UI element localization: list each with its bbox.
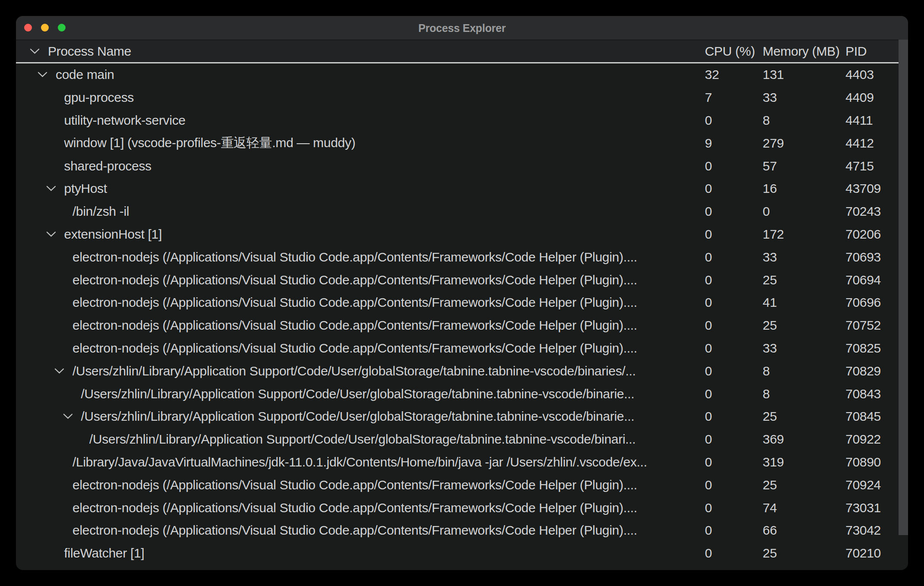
table-row[interactable]: /Library/Java/JavaVirtualMachines/jdk-11… (16, 451, 908, 474)
process-name-label: /Library/Java/JavaVirtualMachines/jdk-11… (72, 455, 647, 469)
pid-cell: 70843 (845, 382, 881, 405)
process-name-label: electron-nodejs (/Applications/Visual St… (72, 295, 637, 310)
column-header-memory[interactable]: Memory (MB) (763, 40, 839, 62)
cpu-cell: 0 (705, 382, 712, 405)
process-name-label: electron-nodejs (/Applications/Visual St… (72, 501, 637, 515)
process-name-label: extensionHost [1] (64, 227, 162, 242)
table-row[interactable]: /bin/zsh -il 0 0 70243 (16, 200, 908, 223)
process-name-label: electron-nodejs (/Applications/Visual St… (72, 250, 637, 265)
cpu-cell: 0 (705, 223, 712, 246)
memory-cell: 25 (763, 268, 777, 291)
table-row[interactable]: electron-nodejs (/Applications/Visual St… (16, 314, 908, 337)
process-name-label: electron-nodejs (/Applications/Visual St… (72, 478, 637, 492)
process-name-label: /Users/zhlin/Library/Application Support… (81, 409, 635, 424)
memory-cell: 8 (763, 109, 770, 132)
cpu-cell: 7 (705, 86, 712, 109)
table-row[interactable]: shared-process 0 57 4715 (16, 154, 908, 177)
cpu-cell: 0 (705, 291, 712, 314)
process-name-cell: electron-nodejs (/Applications/Visual St… (16, 246, 702, 268)
table-row[interactable]: extensionHost [1] 0 172 70206 (16, 223, 908, 246)
cpu-cell: 0 (705, 268, 712, 291)
column-header-cpu[interactable]: CPU (%) (705, 40, 755, 62)
pid-cell: 70825 (845, 337, 881, 360)
process-name-cell: utility-network-service (16, 109, 702, 132)
cpu-cell: 0 (705, 542, 712, 565)
process-tree: code main 32 131 4403 gpu-process 7 33 4… (16, 63, 908, 570)
chevron-down-icon[interactable] (30, 48, 48, 54)
table-row[interactable]: electron-nodejs (/Applications/Visual St… (16, 496, 908, 519)
table-row[interactable]: gpu-process 7 33 4409 (16, 86, 908, 109)
memory-cell: 319 (763, 451, 784, 474)
memory-cell: 279 (763, 132, 784, 154)
chevron-down-icon[interactable] (63, 413, 81, 419)
chevron-down-icon[interactable] (38, 72, 56, 78)
memory-cell: 131 (763, 63, 784, 86)
pid-cell: 4409 (845, 86, 874, 109)
cpu-cell: 0 (705, 359, 712, 382)
scrollbar-thumb[interactable] (899, 40, 908, 535)
table-row[interactable]: electron-nodejs (/Applications/Visual St… (16, 473, 908, 496)
column-header-process-name[interactable]: Process Name (48, 40, 131, 62)
column-header-pid[interactable]: PID (845, 40, 867, 62)
cpu-cell: 9 (705, 132, 712, 154)
process-name-label: /bin/zsh -il (72, 204, 129, 219)
process-name-cell: ptyHost (16, 177, 702, 200)
pid-cell: 43709 (845, 177, 881, 200)
process-name-label: /Users/zhlin/Library/Application Support… (72, 364, 636, 378)
table-row[interactable]: electron-nodejs (/Applications/Visual St… (16, 291, 908, 314)
memory-cell: 33 (763, 337, 777, 360)
process-name-label: shared-process (64, 159, 152, 173)
pid-cell: 70829 (845, 359, 881, 382)
process-name-cell: /Users/zhlin/Library/Application Support… (16, 359, 702, 382)
table-row[interactable]: window [2] (Process Explorer) 32 98 7437… (16, 565, 908, 570)
pid-cell: 74377 (845, 565, 881, 570)
process-name-label: electron-nodejs (/Applications/Visual St… (72, 273, 637, 287)
table-row[interactable]: code main 32 131 4403 (16, 63, 908, 86)
process-explorer-window: Process Explorer Process Name CPU (%) Me… (16, 16, 908, 570)
process-name-cell: gpu-process (16, 86, 702, 109)
pid-cell: 4412 (845, 132, 874, 154)
process-name-cell: shared-process (16, 154, 702, 177)
cpu-cell: 0 (705, 109, 712, 132)
process-name-label: window [2] (Process Explorer) (64, 569, 233, 570)
pid-cell: 70696 (845, 291, 881, 314)
process-name-label: electron-nodejs (/Applications/Visual St… (72, 318, 637, 333)
table-row[interactable]: fileWatcher [1] 0 25 70210 (16, 542, 908, 565)
chevron-down-icon[interactable] (46, 231, 64, 237)
chevron-down-icon[interactable] (54, 368, 72, 374)
table-row[interactable]: window [1] (vscode-profiles-重返轻量.md — mu… (16, 132, 908, 154)
process-name-cell: window [1] (vscode-profiles-重返轻量.md — mu… (16, 132, 702, 154)
pid-cell: 70206 (845, 223, 881, 246)
cpu-cell: 0 (705, 337, 712, 360)
chevron-down-icon[interactable] (46, 186, 64, 192)
cpu-cell: 0 (705, 451, 712, 474)
table-row[interactable]: /Users/zhlin/Library/Application Support… (16, 382, 908, 405)
process-name-label: /Users/zhlin/Library/Application Support… (81, 387, 635, 401)
memory-cell: 172 (763, 223, 784, 246)
table-row[interactable]: /Users/zhlin/Library/Application Support… (16, 359, 908, 382)
process-name-cell: electron-nodejs (/Applications/Visual St… (16, 314, 702, 337)
table-row[interactable]: electron-nodejs (/Applications/Visual St… (16, 337, 908, 360)
cpu-cell: 0 (705, 428, 712, 451)
cpu-cell: 0 (705, 473, 712, 496)
table-row[interactable]: utility-network-service 0 8 4411 (16, 109, 908, 132)
pid-cell: 70922 (845, 428, 881, 451)
cpu-cell: 0 (705, 519, 712, 542)
pid-cell: 70845 (845, 405, 881, 428)
memory-cell: 25 (763, 473, 777, 496)
table-row[interactable]: electron-nodejs (/Applications/Visual St… (16, 519, 908, 542)
process-name-cell: electron-nodejs (/Applications/Visual St… (16, 496, 702, 519)
process-name-cell: extensionHost [1] (16, 223, 702, 246)
cpu-cell: 0 (705, 314, 712, 337)
table-row[interactable]: ptyHost 0 16 43709 (16, 177, 908, 200)
table-row[interactable]: electron-nodejs (/Applications/Visual St… (16, 268, 908, 291)
memory-cell: 57 (763, 154, 777, 177)
titlebar[interactable]: Process Explorer (16, 16, 908, 40)
pid-cell: 4411 (845, 109, 873, 132)
pid-cell: 70752 (845, 314, 881, 337)
table-row[interactable]: electron-nodejs (/Applications/Visual St… (16, 246, 908, 268)
pid-cell: 4715 (845, 154, 874, 177)
process-name-cell: /Users/zhlin/Library/Application Support… (16, 382, 702, 405)
table-row[interactable]: /Users/zhlin/Library/Application Support… (16, 428, 908, 451)
table-row[interactable]: /Users/zhlin/Library/Application Support… (16, 405, 908, 428)
